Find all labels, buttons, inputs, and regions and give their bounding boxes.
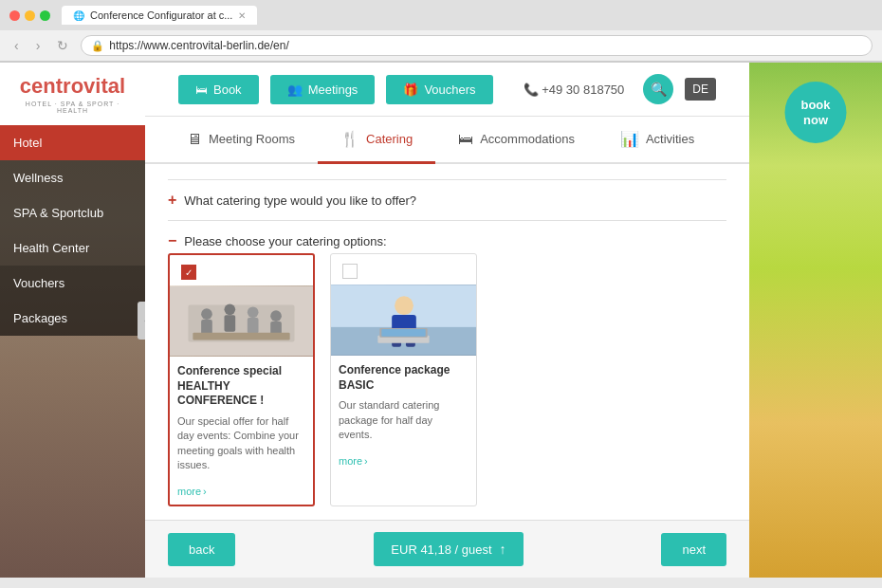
meetings-label: Meetings xyxy=(308,83,358,97)
logo-subtitle: HOTEL · SPA & SPORT · HEALTH xyxy=(11,101,134,114)
svg-rect-3 xyxy=(201,320,212,335)
svg-point-8 xyxy=(270,310,282,322)
back-nav-button[interactable]: ‹ xyxy=(9,36,24,55)
forward-nav-button[interactable]: › xyxy=(31,36,46,55)
tab-catering[interactable]: 🍴 Catering xyxy=(318,117,435,164)
logo: centrovital xyxy=(11,74,134,99)
meetings-icon: 👥 xyxy=(287,83,303,97)
card2-description: Our standard catering package for half d… xyxy=(339,398,469,442)
tab-activities-label: Activities xyxy=(646,132,694,146)
maximize-dot[interactable] xyxy=(40,10,50,21)
up-arrow-icon: ↑ xyxy=(500,542,506,557)
svg-rect-20 xyxy=(381,329,425,337)
lock-icon: 🔒 xyxy=(91,40,104,52)
conference-room-svg xyxy=(170,285,313,357)
sidebar: centrovital HOTEL · SPA & SPORT · HEALTH… xyxy=(0,63,145,578)
card1-checkbox[interactable]: ✓ xyxy=(181,265,196,280)
card2-checkbox[interactable] xyxy=(342,264,358,279)
center-content: 🛏 Book 👥 Meetings 🎁 Vouchers 📞 +49 30 81… xyxy=(145,63,749,578)
logo-part1: centro xyxy=(20,74,83,98)
card2-title: Conference package BASIC xyxy=(339,363,469,393)
tab-favicon: 🌐 xyxy=(73,10,84,21)
tab-meeting-rooms[interactable]: 🖥 Meeting Rooms xyxy=(164,117,318,164)
bottom-bar: back EUR 41,18 / guest ↑ next xyxy=(145,520,749,578)
sidebar-item-hotel[interactable]: Hotel xyxy=(0,125,145,160)
meeting-rooms-icon: 🖥 xyxy=(187,131,202,148)
close-dot[interactable] xyxy=(9,10,20,21)
card2-body: Conference package BASIC Our standard ca… xyxy=(331,356,476,451)
tab-activities[interactable]: 📊 Activities xyxy=(597,117,717,164)
next-button[interactable]: next xyxy=(661,533,726,566)
sidebar-item-wellness[interactable]: Wellness xyxy=(0,160,145,195)
book-button[interactable]: 🛏 Book xyxy=(178,75,259,104)
accordion-catering-type[interactable]: + What catering type would you like to o… xyxy=(168,179,726,220)
tab-catering-label: Catering xyxy=(366,132,413,146)
minimize-dot[interactable] xyxy=(25,10,35,21)
book-label: Book xyxy=(213,83,242,97)
header: 🛏 Book 👥 Meetings 🎁 Vouchers 📞 +49 30 81… xyxy=(145,63,749,117)
card-healthy-conference[interactable]: ✓ xyxy=(168,253,315,506)
activities-icon: 📊 xyxy=(620,130,639,148)
tab-navigation: 🖥 Meeting Rooms 🍴 Catering 🛏 Accommodati… xyxy=(145,117,749,164)
card1-more-link[interactable]: more › xyxy=(170,482,313,505)
sidebar-item-vouchers[interactable]: Vouchers xyxy=(0,266,145,301)
svg-point-2 xyxy=(201,308,212,320)
browser-chrome: 🌐 Conference Configurator at c... ✕ ‹ › … xyxy=(0,0,882,63)
sidebar-item-spa-sportclub[interactable]: SPA & Sportclub xyxy=(0,195,145,230)
tab-title: Conference Configurator at c... xyxy=(90,9,232,21)
bed-icon: 🛏 xyxy=(195,83,208,97)
svg-point-14 xyxy=(395,296,413,315)
tab-meeting-rooms-label: Meeting Rooms xyxy=(209,132,295,146)
book-now-label: booknow xyxy=(800,98,830,127)
svg-rect-5 xyxy=(224,315,235,332)
reload-button[interactable]: ↻ xyxy=(52,36,73,55)
catering-icon: 🍴 xyxy=(340,130,359,148)
sidebar-item-packages[interactable]: Packages xyxy=(0,301,145,336)
card1-title: Conference special HEALTHY CONFERENCE ! xyxy=(177,364,305,409)
phone-icon: 📞 xyxy=(524,83,539,97)
svg-point-4 xyxy=(224,303,235,315)
right-decorative-panel: booknow xyxy=(749,63,882,578)
price-button[interactable]: EUR 41,18 / guest ↑ xyxy=(374,532,523,566)
accordion-header-catering-options[interactable]: − Please choose your catering options: xyxy=(168,232,726,249)
language-button[interactable]: DE xyxy=(685,78,716,101)
card1-image xyxy=(170,285,313,357)
accordion-catering-options-label: Please choose your catering options: xyxy=(184,234,386,248)
browser-addressbar: ‹ › ↻ 🔒 https://www.centrovital-berlin.d… xyxy=(0,30,882,62)
tab-accommodations[interactable]: 🛏 Accommodations xyxy=(435,117,597,164)
vouchers-label: Vouchers xyxy=(424,83,475,97)
tab-accommodations-label: Accommodations xyxy=(480,132,575,146)
logo-part2: vital xyxy=(83,74,125,98)
vouchers-button[interactable]: 🎁 Vouchers xyxy=(386,75,492,104)
accommodations-icon: 🛏 xyxy=(458,131,473,148)
card2-more-link[interactable]: more › xyxy=(331,451,476,474)
card1-description: Our special offer for half day events: C… xyxy=(177,414,305,473)
svg-rect-10 xyxy=(193,333,289,340)
browser-tab[interactable]: 🌐 Conference Configurator at c... ✕ xyxy=(62,6,257,25)
sidebar-item-health-center[interactable]: Health Center xyxy=(0,230,145,266)
content-body: + What catering type would you like to o… xyxy=(145,164,749,520)
tab-close-icon[interactable]: ✕ xyxy=(238,10,246,21)
url-text: https://www.centrovital-berlin.de/en/ xyxy=(109,39,288,52)
main-layout: centrovital HOTEL · SPA & SPORT · HEALTH… xyxy=(0,63,882,578)
meetings-button[interactable]: 👥 Meetings xyxy=(270,75,376,104)
book-now-button[interactable]: booknow xyxy=(785,82,847,143)
card1-arrow-icon: › xyxy=(203,486,207,497)
logo-area: centrovital HOTEL · SPA & SPORT · HEALTH xyxy=(0,63,145,125)
accordion-catering-type-label: What catering type would you like to off… xyxy=(184,193,416,208)
card2-arrow-icon: › xyxy=(364,455,368,467)
card-basic-package[interactable]: Conference package BASIC Our standard ca… xyxy=(330,253,477,506)
address-bar[interactable]: 🔒 https://www.centrovital-berlin.de/en/ xyxy=(81,35,873,56)
accordion-catering-options[interactable]: − Please choose your catering options: ✓ xyxy=(168,220,726,520)
expand-icon: + xyxy=(168,192,176,209)
svg-point-6 xyxy=(248,306,259,318)
person-laptop-svg xyxy=(331,285,476,356)
back-button[interactable]: back xyxy=(168,533,235,566)
phone-number: 📞 +49 30 818750 xyxy=(524,83,625,97)
accordion-header-catering-type[interactable]: + What catering type would you like to o… xyxy=(168,192,726,209)
nav-items: Hotel Wellness SPA & Sportclub Health Ce… xyxy=(0,125,145,336)
catering-cards-row: ✓ xyxy=(168,249,726,518)
svg-rect-7 xyxy=(248,318,259,334)
sidebar-collapse-arrow[interactable]: ‹ xyxy=(138,302,145,340)
search-button[interactable]: 🔍 xyxy=(643,74,673,104)
